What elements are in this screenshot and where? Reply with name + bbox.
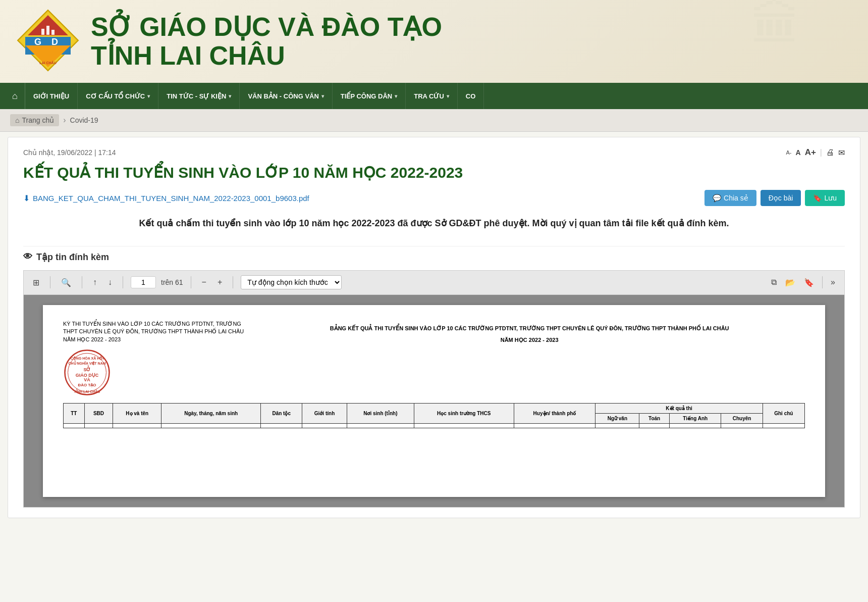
nav-item-tin-tuc[interactable]: TIN TỨC - SỰ KIỆN ▾ [158,83,240,109]
pdf-right-tools: ⧉ 📂 🔖 » [768,276,838,289]
table-header-note: Ghi chú [763,403,804,423]
dropdown-arrow-icon: ▾ [229,93,231,99]
pdf-bookmark-button[interactable]: 🔖 [801,276,817,289]
table-header-tt: TT [64,403,85,423]
breadcrumb-home-link[interactable]: ⌂ Trang chủ [10,114,59,126]
cell [414,423,514,428]
svg-rect-9 [51,30,55,35]
article-date: Chủ nhật, 19/06/2022 | 17:14 [23,148,116,157]
cell [64,423,85,428]
table-row [64,423,805,428]
print-icon[interactable]: 🖨 [826,148,834,157]
svg-text:G: G [34,37,41,47]
nav-item-gioi-thieu[interactable]: GIỚI THIỆU [25,83,78,109]
cell [721,423,763,428]
nav-label: TRA CỨU [414,92,444,100]
pdf-zoom-select[interactable]: Tự động chọn kích thước 50% 75% 100% [241,275,342,289]
attachments-section-title: 👁 Tập tin đính kèm [23,246,845,263]
pdf-zoom-out-button[interactable]: − [199,276,209,288]
pdf-doc-header-text: KỲ THI TUYỂN SINH VÀO LỚP 10 CÁC TRƯỜNG … [63,320,244,343]
dropdown-arrow-icon: ▾ [395,93,397,99]
svg-rect-7 [41,29,44,35]
pdf-sidebar-toggle-button[interactable]: ⊞ [30,276,42,289]
table-header-district: Huyện/ thành phố [514,403,595,423]
cell [161,423,261,428]
cell [670,423,721,428]
nav-label: CO [466,92,476,100]
email-icon[interactable]: ✉ [838,148,845,158]
svg-rect-8 [46,26,49,35]
cell [595,423,639,428]
nav-item-tra-cuu[interactable]: TRA CỨU ▾ [406,83,458,109]
cell [84,423,113,428]
svg-text:VÀ: VÀ [84,377,90,382]
pdf-total-pages: trên 61 [161,278,183,286]
pdf-page-input[interactable] [131,276,156,288]
home-icon: ⌂ [15,116,19,124]
cell [347,423,414,428]
pdf-zoom-in-button[interactable]: + [214,276,225,288]
nav-item-co[interactable]: CO [458,83,484,109]
main-content: Chủ nhật, 19/06/2022 | 17:14 A- A A+ | 🖨… [8,137,860,518]
cell [514,423,595,428]
table-header-ethnic: Dân tộc [261,403,302,423]
pdf-document-header: KỲ THI TUYỂN SINH VÀO LỚP 10 CÁC TRƯỜNG … [63,320,805,398]
font-increase-button[interactable]: A+ [805,147,816,158]
nav-item-van-ban[interactable]: VĂN BẢN - CÔNG VĂN ▾ [240,83,332,109]
header-title-sub: TỈNH LAI CHÂU [91,41,442,70]
file-download-link[interactable]: ⬇ BANG_KET_QUA_CHAM_THI_TUYEN_SINH_NAM_2… [23,193,309,203]
pdf-header-line2: THPT CHUYÊN LÊ QUÝ ĐÔN, TRƯỜNG THPT THÀN… [63,328,244,335]
home-icon: ⌂ [12,91,18,102]
toolbar-separator [191,276,191,288]
cell [113,423,161,428]
stamp: CỘNG HÒA XÃ HỘI CHỦ NGHĨA VIỆT NAM SỞ GI… [63,348,244,398]
header-title-main: SỞ GIÁO DỤC VÀ ĐÀO TẠO [91,13,442,41]
dropdown-arrow-icon: ▾ [147,93,150,99]
nav-label: CƠ CẤU TỔ CHỨC [86,92,145,100]
pdf-doc-title-main: BẢNG KẾT QUẢ THI TUYỂN SINH VÀO LỚP 10 C… [254,325,805,332]
cell [261,423,302,428]
eye-icon: 👁 [23,252,32,262]
save-button[interactable]: 🔖 Lưu [805,190,845,206]
pdf-next-page-button[interactable]: ↓ [105,276,115,288]
font-separator: | [820,148,822,157]
navbar: ⌂ GIỚI THIỆU CƠ CẤU TỔ CHỨC ▾ TIN TỨC - … [0,83,868,109]
pdf-doc-title-area: BẢNG KẾT QUẢ THI TUYỂN SINH VÀO LỚP 10 C… [254,320,805,348]
nav-label: TIN TỨC - SỰ KIỆN [167,92,226,100]
download-icon: ⬇ [23,193,30,203]
pdf-more-tools-button[interactable]: » [828,276,838,288]
article-title: KẾT QUẢ THI TUYỂN SINH VÀO LỚP 10 NĂM HỌ… [23,163,845,182]
toolbar-separator [822,276,823,288]
table-header-results: Kết quả thi [595,403,763,413]
pdf-results-table: TT SBD Họ và tên Ngày, tháng, năm sinh D… [63,403,805,428]
breadcrumb-home-label: Trang chủ [22,116,54,124]
table-header-gender: Giới tính [302,403,347,423]
toolbar-separator [82,276,82,288]
nav-item-co-cau[interactable]: CƠ CẤU TỔ CHỨC ▾ [78,83,158,109]
nav-label: VĂN BẢN - CÔNG VĂN [248,92,318,100]
pdf-doc-title-year: NĂM HỌC 2022 - 2023 [254,337,805,343]
table-header-dob: Ngày, tháng, năm sinh [161,403,261,423]
pdf-presentation-button[interactable]: ⧉ [768,276,780,288]
share-button[interactable]: 💬 Chia sẻ [704,190,756,206]
svg-text:CHỦ NGHĨA VIỆT NAM: CHỦ NGHĨA VIỆT NAM [68,360,105,366]
toolbar-separator [123,276,123,288]
read-button[interactable]: Đọc bài [761,190,801,206]
pdf-prev-page-button[interactable]: ↑ [90,276,100,288]
cell [302,423,347,428]
svg-text:SỞ: SỞ [83,365,90,372]
svg-text:D: D [51,37,58,47]
font-decrease-button[interactable]: A- [786,149,792,156]
logo: G D LAI CHÂU [15,8,81,75]
font-normal-button[interactable]: A [796,148,801,157]
nav-item-tiep-cong-dan[interactable]: TIẾP CÔNG DÂN ▾ [333,83,406,109]
svg-text:ĐÀO TẠO: ĐÀO TẠO [78,383,96,387]
nav-home-button[interactable]: ⌂ [5,83,25,109]
pdf-search-button[interactable]: 🔍 [58,276,74,289]
table-header-name: Họ và tên [113,403,161,423]
font-controls: A- A A+ | 🖨 ✉ [786,147,845,158]
pdf-open-file-button[interactable]: 📂 [782,276,798,289]
file-link-text: BANG_KET_QUA_CHAM_THI_TUYEN_SINH_NAM_202… [33,194,309,203]
action-buttons: 💬 Chia sẻ Đọc bài 🔖 Lưu [704,190,845,206]
page-header: G D LAI CHÂU SỞ GIÁO DỤC VÀ ĐÀO TẠO TỈNH… [0,0,868,83]
